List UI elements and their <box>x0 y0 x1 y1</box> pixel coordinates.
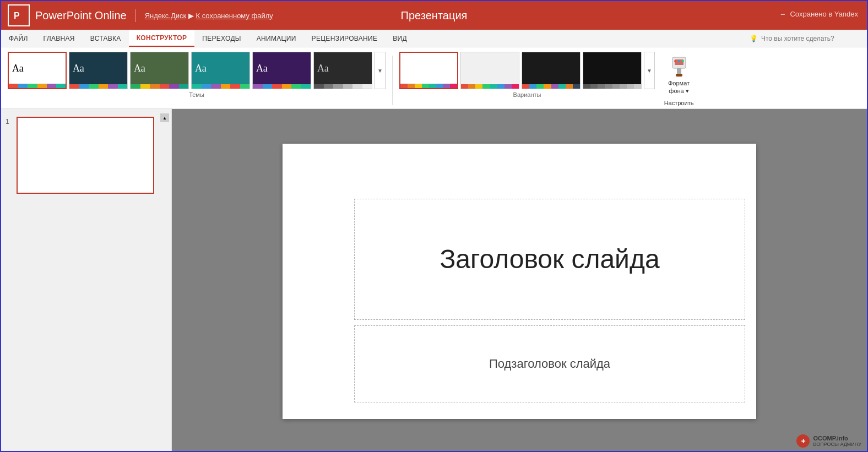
variants-section: ▼ Варианты <box>399 52 655 98</box>
theme-thumb-5[interactable]: Аа <box>252 52 311 89</box>
breadcrumb-sep: ▶ <box>188 12 196 20</box>
menu-home[interactable]: ГЛАВНАЯ <box>36 30 83 47</box>
ribbon-divider <box>392 56 393 105</box>
slide-number: 1 <box>6 118 9 126</box>
ribbon: Аа Аа <box>1 47 867 109</box>
theme-thumb-4[interactable]: Аа <box>191 52 250 89</box>
search-bar[interactable]: 💡 <box>743 30 867 47</box>
main-area: ▲ 1 Заголовок слайда Подзаголовок слайда <box>1 109 867 452</box>
variants-row: ▼ <box>399 52 655 89</box>
slide-canvas[interactable]: Заголовок слайда Подзаголовок слайда <box>283 144 756 419</box>
themes-section: Аа Аа <box>8 52 386 98</box>
menu-view[interactable]: ВИД <box>385 30 415 47</box>
variant-thumb-4[interactable] <box>583 52 642 89</box>
themes-dropdown-arrow[interactable]: ▼ <box>375 52 386 89</box>
theme-thumb-2[interactable]: Аа <box>69 52 128 89</box>
nastroit-label[interactable]: Настроить <box>664 100 694 106</box>
format-bg-label: Форматфона ▾ <box>668 79 690 95</box>
menu-file[interactable]: ФАЙЛ <box>1 30 36 47</box>
title-placeholder[interactable]: Заголовок слайда <box>354 199 745 320</box>
format-bg-button[interactable]: Форматфона ▾ <box>664 54 694 97</box>
search-input[interactable] <box>761 35 860 42</box>
svg-text:P: P <box>14 11 20 20</box>
theme-thumb-6[interactable]: Аа <box>313 52 372 89</box>
watermark-sub: ВОПРОСЫ АДМИНУ <box>813 442 861 447</box>
slide-thumb-container <box>17 117 167 194</box>
slide-panel: ▲ 1 <box>1 109 172 452</box>
menu-design[interactable]: КОНСТРУКТОР <box>129 30 195 47</box>
menu-review[interactable]: РЕЦЕНЗИРОВАНИЕ <box>304 30 386 47</box>
watermark-text: OCOMP.info <box>813 435 861 442</box>
variant-thumb-2[interactable] <box>460 52 519 89</box>
svg-point-6 <box>674 60 676 62</box>
presentation-title: Презентация <box>401 9 468 22</box>
menu-transitions[interactable]: ПЕРЕХОДЫ <box>194 30 248 47</box>
svg-point-8 <box>682 60 684 62</box>
scroll-up-button[interactable]: ▲ <box>160 113 169 122</box>
breadcrumb: Яндекс.Диск ▶ К сохраненному файлу <box>145 12 273 20</box>
themes-label: Темы <box>8 91 386 98</box>
menu-insert[interactable]: ВСТАВКА <box>83 30 129 47</box>
ppt-logo: P <box>8 4 30 26</box>
breadcrumb-disk[interactable]: Яндекс.Диск <box>145 12 187 20</box>
slide-subtitle: Подзаголовок слайда <box>489 357 610 371</box>
search-icon: 💡 <box>750 35 758 42</box>
variant-thumb-1[interactable] <box>399 52 458 89</box>
save-status: – Сохранено в Yandex <box>778 10 858 18</box>
watermark: + OCOMP.info ВОПРОСЫ АДМИНУ <box>796 434 861 448</box>
breadcrumb-file[interactable]: К сохраненному файлу <box>196 12 273 20</box>
menu-animations[interactable]: АНИМАЦИИ <box>249 30 304 47</box>
format-bg-section: Форматфона ▾ Настроить <box>664 52 694 106</box>
svg-rect-4 <box>677 68 681 74</box>
slide-thumbnail-1[interactable] <box>17 117 154 194</box>
svg-rect-5 <box>676 74 682 77</box>
variant-thumb-3[interactable] <box>522 52 581 89</box>
slide-title: Заголовок слайда <box>440 244 659 274</box>
themes-row: Аа Аа <box>8 52 386 89</box>
theme-thumb-3[interactable]: Аа <box>130 52 189 89</box>
subtitle-placeholder[interactable]: Подзаголовок слайда <box>354 325 745 402</box>
svg-point-7 <box>678 60 680 62</box>
watermark-logo: + <box>796 434 810 448</box>
menu-bar: ФАЙЛ ГЛАВНАЯ ВСТАВКА КОНСТРУКТОР ПЕРЕХОД… <box>1 30 867 47</box>
canvas-area: Заголовок слайда Подзаголовок слайда <box>172 109 867 452</box>
format-bg-icon <box>669 56 689 78</box>
variants-label: Варианты <box>399 91 655 98</box>
app-title: PowerPoint Online <box>35 9 136 22</box>
variants-dropdown-arrow[interactable]: ▼ <box>644 52 655 89</box>
theme-thumb-1[interactable]: Аа <box>8 52 67 89</box>
